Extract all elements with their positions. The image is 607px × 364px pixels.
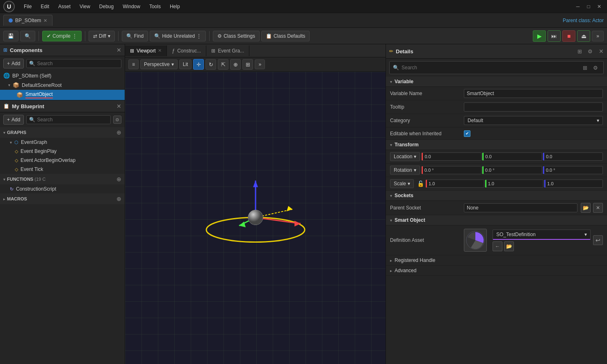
compile-button[interactable]: ✔ Compile ⋮ (42, 31, 82, 41)
blueprint-add-button[interactable]: + Add (3, 115, 24, 125)
scale-z-field[interactable] (544, 180, 603, 188)
graphs-add-icon[interactable]: ⊕ (116, 129, 121, 136)
tree-item-smartobject[interactable]: 📦 SmartObject (0, 90, 125, 100)
hamburger-menu-button[interactable]: ≡ (128, 59, 139, 69)
menu-view[interactable]: View (75, 2, 94, 11)
functions-add-icon[interactable]: ⊕ (116, 176, 121, 182)
variable-name-input[interactable] (464, 89, 603, 98)
details-settings-button[interactable]: ⚙ (586, 47, 595, 56)
rotation-dropdown[interactable]: Rotation ▾ (390, 166, 420, 175)
blueprint-search-input[interactable] (37, 117, 108, 123)
browse-button[interactable]: 🔍 (20, 31, 35, 41)
details-search-input[interactable] (402, 65, 578, 71)
viewport-more-button[interactable]: » (255, 59, 265, 69)
diff-button[interactable]: ⇄ Diff ▾ (89, 31, 115, 41)
defaults-icon: 📋 (266, 33, 272, 39)
parent-socket-browse-button[interactable]: 📂 (581, 203, 591, 213)
details-filter-button[interactable]: ⊞ (580, 63, 589, 72)
close-button[interactable]: ✕ (595, 2, 604, 11)
scale-tool-button[interactable]: ⇱ (218, 59, 228, 70)
variable-section-header[interactable]: ▾ Variable (386, 77, 607, 87)
blueprint-gear-button[interactable]: ⚙ (113, 116, 121, 124)
menu-window[interactable]: Window (119, 2, 144, 11)
eventgraph-item[interactable]: ▾ ⬡ EventGraph (0, 138, 125, 147)
snap-button[interactable]: ⊞ (242, 59, 253, 70)
tree-item-bp-soitem[interactable]: 🌐 BP_SOItem (Self) (0, 71, 125, 80)
sockets-section-header[interactable]: ▾ Sockets (386, 191, 607, 201)
minimize-button[interactable]: ─ (573, 2, 582, 11)
find-button[interactable]: 🔍 Find (122, 31, 148, 41)
smart-object-section-header[interactable]: ▾ Smart Object (386, 215, 607, 225)
registered-handle-row[interactable]: ▸ Registered Handle (386, 255, 607, 266)
perspective-button[interactable]: Perspective ▾ (140, 59, 178, 69)
details-close-button[interactable]: ✕ (599, 48, 604, 55)
menu-tools[interactable]: Tools (145, 2, 165, 11)
graphs-section-header[interactable]: ▾ GRAPHS ⊕ (0, 127, 125, 138)
location-y-field[interactable] (482, 152, 542, 161)
parent-socket-input[interactable] (464, 203, 577, 212)
rotation-z-field[interactable] (543, 166, 603, 174)
menu-debug[interactable]: Debug (95, 2, 118, 11)
constructor-tab[interactable]: ƒ Construc... (167, 46, 206, 56)
tree-item-defaultsceneroot[interactable]: ▾ 📦 DefaultSceneRoot (0, 80, 125, 90)
category-dropdown[interactable]: Default ▾ (464, 116, 603, 125)
components-add-button[interactable]: + Add (3, 59, 24, 68)
more-button[interactable]: » (592, 31, 604, 41)
play-button[interactable]: ▶ (533, 30, 546, 42)
location-z-field[interactable] (543, 152, 603, 161)
my-blueprint-close-button[interactable]: ✕ (116, 103, 121, 109)
event-beginplay-item[interactable]: ◇ Event BeginPlay (0, 147, 125, 156)
menu-asset[interactable]: Asset (54, 2, 75, 11)
editable-inherited-checkbox[interactable]: ✔ (464, 130, 470, 137)
components-search-input[interactable] (37, 61, 119, 66)
tab-close-button[interactable]: ✕ (43, 18, 47, 23)
menu-file[interactable]: File (20, 2, 36, 11)
details-gear-button[interactable]: ⚙ (591, 63, 600, 72)
scale-x-field[interactable] (426, 180, 484, 188)
beginplay-label: Event BeginPlay (21, 148, 57, 154)
definition-asset-dropdown[interactable]: SO_TestDefinition ▾ (493, 230, 591, 240)
skip-button[interactable]: ⏭ (548, 30, 561, 42)
rotation-y-field[interactable] (482, 166, 542, 174)
transform-section-header[interactable]: ▾ Transform (386, 140, 607, 150)
macros-section-header[interactable]: ▸ MACROS ⊕ (0, 193, 125, 204)
event-actoroverlap-item[interactable]: ◇ Event ActorBeginOverlap (0, 156, 125, 165)
location-dropdown[interactable]: Location ▾ (390, 152, 420, 161)
event-tick-item[interactable]: ◇ Event Tick (0, 165, 125, 174)
scale-y-field[interactable] (485, 180, 544, 188)
macros-add-icon[interactable]: ⊕ (116, 196, 121, 202)
maximize-button[interactable]: □ (584, 2, 593, 11)
details-grid-button[interactable]: ⊞ (575, 47, 584, 56)
location-x-field[interactable] (422, 152, 481, 161)
class-settings-button[interactable]: ⚙ Class Settings (213, 31, 260, 41)
save-button[interactable]: 💾 (3, 31, 18, 41)
advanced-row[interactable]: ▸ Advanced (386, 266, 607, 276)
scale-dropdown[interactable]: Scale ▾ (390, 179, 414, 188)
stop-button[interactable]: ■ (562, 30, 575, 42)
viewport-tab-close[interactable]: ✕ (158, 48, 162, 53)
details-panel: ✏ Details ⊞ ⚙ ✕ 🔍 ⊞ ⚙ ▾ Variable Variabl (386, 44, 607, 364)
lit-button[interactable]: Lit (179, 59, 192, 69)
rotation-x-field[interactable] (422, 166, 481, 174)
eject-button[interactable]: ⏏ (577, 30, 590, 42)
bp-soitem-tab[interactable]: BP_SOItem ✕ (3, 15, 52, 26)
parent-socket-clear-button[interactable]: ✕ (593, 203, 603, 213)
scale-lock-icon[interactable]: 🔓 (417, 180, 424, 187)
viewport-tab[interactable]: ⊞ Viewport ✕ (125, 46, 167, 56)
transform-mode-button[interactable]: ⊕ (230, 59, 241, 70)
hide-unrelated-button[interactable]: 🔍 Hide Unrelated ⋮ (150, 31, 206, 41)
definition-asset-browse[interactable]: 📂 (504, 241, 514, 251)
eventgraph-tab[interactable]: ⊞ Event Gra... (206, 46, 249, 56)
menu-help[interactable]: Help (166, 2, 184, 11)
functions-section-header[interactable]: ▾ FUNCTIONS (19 C ⊕ (0, 174, 125, 184)
definition-asset-back-button[interactable]: ↩ (593, 235, 603, 245)
tooltip-input[interactable] (464, 102, 603, 111)
class-defaults-button[interactable]: 📋 Class Defaults (261, 31, 310, 41)
translate-tool-button[interactable]: ✛ (193, 59, 204, 70)
definition-asset-navigate-back[interactable]: ← (493, 241, 502, 251)
rotate-tool-button[interactable]: ↻ (205, 59, 216, 70)
menu-edit[interactable]: Edit (37, 2, 53, 11)
parent-class-link[interactable]: Actor (592, 18, 604, 23)
construction-script-item[interactable]: ↻ ConstructionScript (0, 184, 125, 193)
components-close-button[interactable]: ✕ (116, 47, 121, 53)
